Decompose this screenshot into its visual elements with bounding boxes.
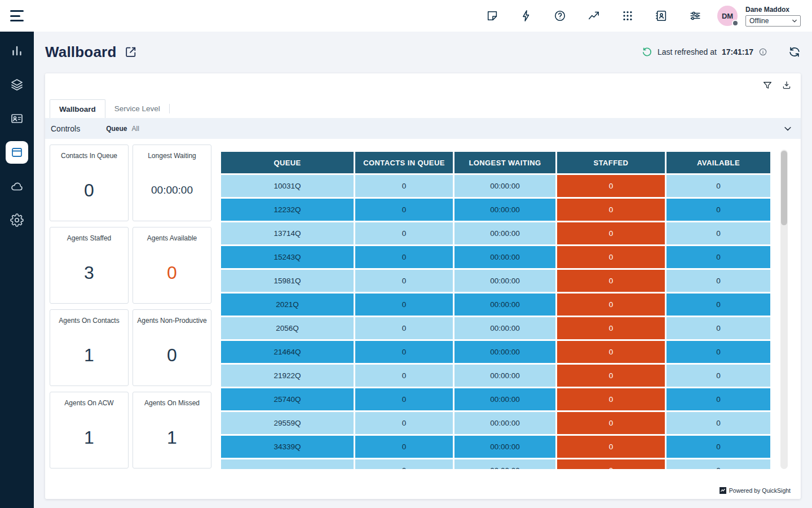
kpi-card: Agents On ACW 1 (50, 392, 129, 468)
table-header-queue: QUEUE (221, 152, 354, 173)
kpi-card: Agents Staffed 3 (50, 227, 129, 304)
scrollbar-thumb[interactable] (781, 151, 787, 225)
status-dot (732, 20, 739, 27)
chevron-down-icon[interactable] (783, 124, 793, 134)
table-cell-queue: 15243Q (221, 246, 354, 268)
tab-service-level[interactable]: Service Level (105, 99, 169, 118)
sidebar-item-queues[interactable] (6, 73, 28, 96)
address-book-icon[interactable] (655, 10, 668, 22)
kpi-label: Agents Available (144, 234, 201, 242)
sliders-icon[interactable] (689, 10, 701, 22)
table-cell-longest-waiting: 00:00:00 (454, 317, 555, 339)
table-cell-longest-waiting: 00:00:00 (454, 175, 555, 197)
sidebar-item-wallboard[interactable] (6, 141, 28, 164)
table-cell-queue: 15981Q (221, 270, 354, 292)
dashboard-panel: Wallboard Service Level Controls Queue A… (45, 73, 801, 499)
app-root: DM Dane Maddox Offline (0, 0, 812, 508)
topbar-icons (486, 10, 701, 22)
sidebar-item-settings[interactable] (6, 209, 28, 231)
powered-by-label: Powered by QuickSight (729, 487, 791, 494)
info-icon[interactable] (758, 47, 767, 56)
table-cell-contacts-in-queue: 0 (355, 317, 453, 339)
tab-separator (169, 104, 170, 113)
table-cell-contacts-in-queue: 0 (355, 175, 453, 197)
table-cell-staffed: 0 (557, 365, 665, 387)
chevron-down-icon (791, 17, 798, 24)
table-cell-available: 0 (667, 365, 770, 387)
external-link-icon[interactable] (125, 46, 137, 58)
topbar-right: DM Dane Maddox Offline (486, 0, 801, 32)
powered-by-quicksight[interactable]: Powered by QuickSight (720, 487, 791, 494)
kpi-card: Longest Waiting 00:00:00 (133, 144, 211, 221)
table-cell-longest-waiting: 00:00:00 (454, 222, 555, 244)
kpi-label: Agents On Missed (141, 399, 203, 407)
sidebar-item-agents[interactable] (6, 107, 28, 130)
filter-icon[interactable] (762, 80, 773, 90)
help-icon[interactable] (554, 10, 566, 22)
table-cell-contacts-in-queue: 0 (355, 412, 453, 434)
table-cell-longest-waiting: 00:00:00 (454, 341, 555, 363)
kpi-label: Longest Waiting (144, 152, 200, 160)
history-icon (642, 47, 652, 58)
table-header-longest-waiting: LONGEST WAITING (454, 152, 555, 173)
panel-tools (762, 80, 792, 90)
table-cell-contacts-in-queue: 0 (355, 341, 453, 363)
table-cell-contacts-in-queue: 0 (355, 459, 453, 469)
table-cell-available: 0 (667, 459, 770, 469)
page-title: Wallboard (45, 43, 117, 61)
quicksight-logo (720, 487, 726, 494)
avatar-initials: DM (722, 12, 733, 20)
table-header-available: AVAILABLE (667, 152, 770, 173)
table-cell-available: 0 (667, 199, 770, 221)
refresh-icon[interactable] (788, 46, 801, 58)
table-row: 12232Q000:00:0000 (221, 199, 770, 221)
user-block: Dane Maddox Offline (745, 6, 801, 27)
table-cell-available: 0 (667, 246, 770, 268)
table-row: 10031Q000:00:0000 (221, 175, 770, 197)
table-cell-available: 0 (667, 341, 770, 363)
line-chart-icon[interactable] (588, 10, 600, 22)
status-select[interactable]: Offline (745, 15, 801, 27)
download-icon[interactable] (782, 80, 792, 90)
table-cell-longest-waiting: 00:00:00 (454, 246, 555, 268)
window-icon (10, 146, 24, 159)
kpi-value: 1 (84, 407, 94, 468)
sidebar-item-metrics[interactable] (6, 40, 28, 62)
kpi-label: Agents Staffed (64, 234, 115, 242)
table-cell-queue: 29559Q (221, 412, 354, 434)
table-cell-staffed: 0 (557, 341, 665, 363)
kpi-grid: Contacts In Queue 0 Longest Waiting 00:0… (50, 144, 211, 468)
table-header-row: QUEUECONTACTS IN QUEUELONGEST WAITINGSTA… (221, 152, 770, 173)
table-cell-queue (221, 459, 354, 469)
kpi-card: Agents On Contacts 1 (50, 309, 129, 386)
table-row: 2021Q000:00:0000 (221, 294, 770, 316)
kpi-card: Contacts In Queue 0 (50, 144, 129, 221)
table-scrollbar[interactable] (780, 150, 788, 469)
kpi-card: Agents Non-Productive 0 (133, 309, 211, 386)
table-cell-available: 0 (667, 317, 770, 339)
table-cell-contacts-in-queue: 0 (355, 246, 453, 268)
queue-table: QUEUECONTACTS IN QUEUELONGEST WAITINGSTA… (221, 152, 770, 469)
avatar[interactable]: DM (717, 6, 738, 26)
queue-filter-value: All (131, 125, 139, 133)
table-cell-queue: 10031Q (221, 175, 354, 197)
kpi-value: 0 (167, 242, 177, 303)
table-cell-contacts-in-queue: 0 (355, 270, 453, 292)
table-header-contacts-in-queue: CONTACTS IN QUEUE (355, 152, 453, 173)
main-content: Wallboard Last refreshed at 17:41:17 Wal… (34, 32, 812, 508)
table-row: 15981Q000:00:0000 (221, 270, 770, 292)
last-refreshed-label: Last refreshed at (657, 47, 717, 56)
table-cell-longest-waiting: 00:00:00 (454, 388, 555, 410)
table-cell-longest-waiting: 00:00:00 (454, 412, 555, 434)
note-icon[interactable] (486, 10, 498, 22)
kpi-label: Agents Non-Productive (134, 317, 210, 325)
last-refreshed-time: 17:41:17 (722, 47, 753, 56)
table-cell-staffed: 0 (557, 222, 665, 244)
hamburger-menu-icon[interactable] (10, 10, 24, 21)
kpi-card: Agents On Missed 1 (133, 392, 211, 468)
tab-wallboard[interactable]: Wallboard (50, 99, 105, 118)
table-row: 13714Q000:00:0000 (221, 222, 770, 244)
dialpad-icon[interactable] (621, 10, 634, 22)
lightning-icon[interactable] (520, 10, 532, 22)
sidebar-item-cloud[interactable] (6, 175, 28, 198)
